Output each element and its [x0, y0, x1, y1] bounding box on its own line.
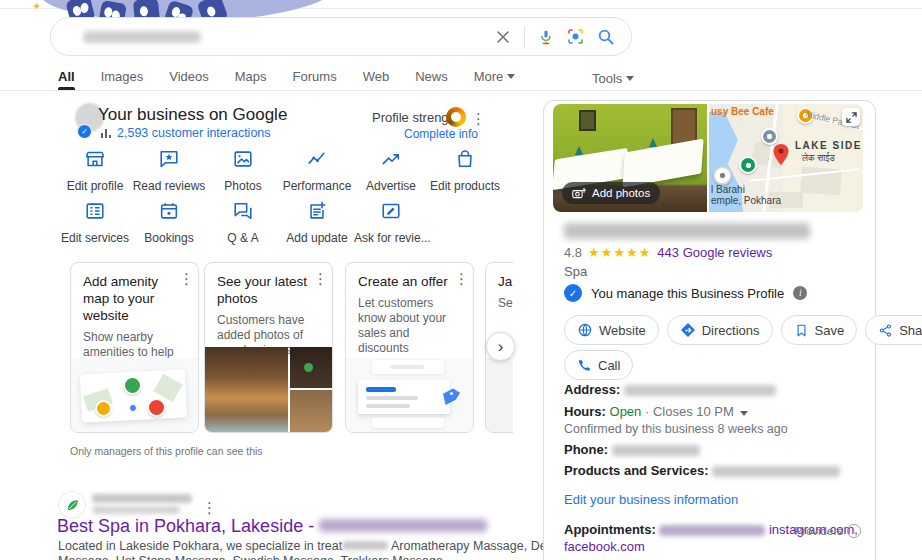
chevron-down-icon [507, 74, 515, 79]
tab-forums[interactable]: Forums [293, 69, 337, 84]
hours-label: Hours: [564, 404, 606, 419]
result-snippet-line1: Located in Lakeside Pokhara, we speciali… [58, 539, 600, 553]
tools-menu[interactable]: Tools [592, 71, 634, 86]
save-button[interactable]: Save [781, 315, 858, 345]
clear-search-icon[interactable] [495, 29, 511, 45]
temple-poi-icon[interactable] [739, 156, 757, 174]
button-label: Directions [702, 323, 760, 338]
verified-badge-icon: ✓ [77, 124, 92, 139]
share-button[interactable]: Share [865, 315, 922, 345]
appointments-label: Appointments: [564, 522, 656, 537]
card-create-offer[interactable]: Create an offer Let customers know about… [345, 262, 474, 433]
action-edit-services[interactable]: Edit services [58, 200, 132, 245]
result-title-text: Best Spa in Pokhara, Lakeside - [57, 516, 314, 536]
action-label: Ask for revie... [354, 231, 428, 245]
action-advertise[interactable]: Advertise [354, 148, 428, 193]
chevron-down-icon[interactable] [740, 411, 748, 416]
tab-videos[interactable]: Videos [169, 69, 209, 84]
result-favicon [58, 491, 86, 519]
action-qa[interactable]: Q & A [206, 200, 280, 245]
map-pin-icon[interactable] [773, 144, 789, 170]
interactions-link[interactable]: 2,593 customer interactions [117, 126, 271, 140]
edit-business-info-link[interactable]: Edit your business information [564, 492, 738, 507]
tab-images[interactable]: Images [101, 69, 144, 84]
business-map[interactable]: usy Bee Cafe Middle Path St LAKE SIDE ले… [709, 104, 863, 212]
appointment-link-redacted[interactable] [659, 525, 765, 536]
action-photos[interactable]: Photos [206, 148, 280, 193]
tab-maps[interactable]: Maps [235, 69, 267, 84]
rate-review-icon [380, 208, 402, 225]
wall-frame [579, 110, 596, 131]
products-row: Products and Services: [564, 463, 840, 478]
services-list-icon [84, 208, 106, 225]
card-menu-icon[interactable]: ⋮ [454, 271, 469, 286]
action-read-reviews[interactable]: Read reviews [132, 148, 206, 193]
search-query-redacted[interactable] [83, 31, 201, 43]
search-bar[interactable] [50, 17, 632, 56]
map-temple-label: l Barahi [711, 184, 745, 195]
tab-news[interactable]: News [415, 69, 448, 84]
facebook-link[interactable]: facebook.com [564, 539, 645, 554]
action-label: Bookings [132, 231, 206, 245]
business-category: Spa [564, 264, 587, 279]
action-edit-products[interactable]: Edit products [428, 148, 502, 193]
hours-open-status: Open [610, 404, 642, 419]
action-buttons-row2: Call [564, 350, 633, 380]
google-lens-icon[interactable] [567, 28, 584, 45]
business-name-redacted [564, 223, 810, 239]
card-body: Se un [486, 290, 513, 311]
add-photos-button[interactable]: Add photos [562, 182, 660, 204]
info-icon[interactable]: i [793, 286, 807, 300]
phone-redacted [612, 445, 700, 456]
reviews-link[interactable]: 443 Google reviews [657, 245, 772, 260]
tab-all[interactable]: All [58, 69, 75, 84]
globe-icon [577, 322, 593, 338]
action-label: Photos [206, 179, 280, 193]
voice-search-mic-icon[interactable] [538, 29, 554, 45]
card-title: Ja pe [486, 263, 513, 290]
trending-up-icon [380, 156, 402, 173]
tab-web[interactable]: Web [363, 69, 390, 84]
customer-interactions[interactable]: 2,593 customer interactions [100, 126, 271, 140]
card-latest-photos[interactable]: See your latest photos Customers have ad… [204, 262, 333, 433]
result-title-link[interactable]: Best Spa in Pokhara, Lakeside - [57, 516, 487, 537]
result-menu-icon[interactable]: ⋮ [202, 500, 217, 515]
overflow-menu-icon[interactable]: ⋮ [471, 111, 486, 126]
info-icon[interactable]: i [847, 524, 861, 538]
towel-cone [575, 146, 583, 155]
museum-poi-icon[interactable] [713, 166, 732, 185]
offer-tag-icon [438, 386, 462, 414]
review-star-bubble-icon [158, 156, 180, 173]
action-ask-for-reviews[interactable]: Ask for revie... [354, 200, 428, 245]
amenity-map-illustration [71, 358, 198, 432]
card-menu-icon[interactable]: ⋮ [179, 271, 194, 286]
business-photo[interactable]: Add photos [553, 104, 707, 212]
complete-info-link[interactable]: Complete info [404, 127, 478, 141]
transit-poi-icon[interactable] [761, 128, 778, 145]
leaf-icon [65, 498, 80, 513]
offer-illustration [346, 358, 473, 432]
card-add-amenity-map[interactable]: Add amenity map to your website Show nea… [70, 262, 199, 433]
action-performance[interactable]: Performance [280, 148, 354, 193]
phone-icon [577, 358, 592, 373]
card-menu-icon[interactable]: ⋮ [313, 271, 328, 286]
map-poi-label: usy Bee Cafe [711, 106, 774, 117]
address-label: Address: [564, 382, 620, 397]
manage-profile-row: ✓ You manage this Business Profile i [564, 284, 807, 302]
search-submit-icon[interactable] [597, 28, 615, 46]
directions-button[interactable]: Directions [667, 315, 773, 345]
website-button[interactable]: Website [564, 315, 659, 345]
action-label: Add update [280, 231, 354, 245]
tab-more[interactable]: More [474, 69, 516, 84]
carousel-next-button[interactable]: › [486, 332, 515, 361]
camera-plus-icon [572, 187, 586, 199]
knowledge-panel: Add photos usy Bee Cafe Middle Path St L… [543, 100, 876, 560]
action-edit-profile[interactable]: Edit profile [58, 148, 132, 193]
shopping-bag-icon [454, 156, 476, 173]
action-add-update[interactable]: Add update [280, 200, 354, 245]
call-button[interactable]: Call [564, 350, 633, 380]
map-expand-icon[interactable] [842, 108, 860, 126]
hours-row[interactable]: Hours: Open · Closes 10 PM [564, 404, 748, 419]
action-bookings[interactable]: Bookings [132, 200, 206, 245]
photos-collage [205, 347, 332, 432]
